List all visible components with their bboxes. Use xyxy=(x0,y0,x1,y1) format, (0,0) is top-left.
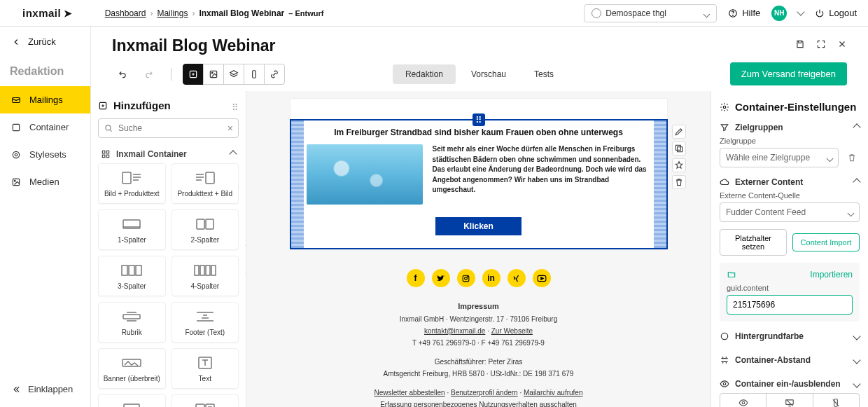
nav-item-mailings[interactable]: Mailings xyxy=(0,86,90,113)
xing-icon[interactable] xyxy=(507,269,526,287)
block-image[interactable] xyxy=(307,144,423,205)
search-input[interactable] xyxy=(98,118,239,138)
svg-rect-28 xyxy=(206,265,210,275)
footer-archive-link[interactable]: Mailarchiv aufrufen xyxy=(524,389,582,396)
tool-layers-button[interactable] xyxy=(223,64,244,85)
back-button[interactable]: Zurück xyxy=(0,27,90,57)
avatar[interactable]: NH xyxy=(771,6,787,21)
tile-3-spalter[interactable]: 3-Spalter xyxy=(98,256,166,296)
tool-add-button[interactable] xyxy=(183,64,204,85)
drag-handle-icon[interactable]: ⠿ xyxy=(232,102,239,113)
tab-vorschau[interactable]: Vorschau xyxy=(458,64,519,84)
group-spacing[interactable]: Container-Abstand xyxy=(720,355,860,365)
selected-container[interactable]: ⠿ Im Freiburger Strandbad sind bisher ka… xyxy=(290,119,668,249)
tile-bild-produkttext[interactable]: Bild + Produkttext xyxy=(98,163,166,204)
fullscreen-icon[interactable] xyxy=(816,39,826,49)
group-external[interactable]: Externer Content xyxy=(720,177,860,187)
svg-rect-29 xyxy=(211,265,216,275)
source-select[interactable]: Fudder Content Feed xyxy=(720,202,860,222)
tile-banner-ueberbreit[interactable]: Banner (überbreit) xyxy=(98,348,166,389)
footer-website-link[interactable]: Zur Webseite xyxy=(491,327,533,335)
label-zielgruppe: Zielgruppe xyxy=(720,137,860,145)
crumb-dashboard[interactable]: Dashboard xyxy=(105,8,146,18)
save-icon[interactable] xyxy=(795,39,805,49)
block-paragraph[interactable]: Seit mehr als einer Woche dürfen alle Me… xyxy=(433,144,651,205)
group-visibility[interactable]: Container ein-/ausblenden xyxy=(720,379,860,389)
svg-point-4 xyxy=(15,153,18,156)
block-copy-button[interactable] xyxy=(672,142,686,156)
seg-desktop-hide[interactable] xyxy=(766,394,812,407)
tile-1-spalter[interactable]: 1-Spalter xyxy=(98,209,166,250)
workspace: Inxmail Blog Webinar Redaktion Vorschau … xyxy=(91,27,868,407)
tab-tests[interactable]: Tests xyxy=(522,64,566,84)
tile-4-spalter[interactable]: 4-Spalter xyxy=(172,256,239,296)
clear-search-icon[interactable]: × xyxy=(227,123,233,134)
import-link[interactable]: Importieren xyxy=(810,270,853,280)
svg-rect-30 xyxy=(123,315,140,319)
crumb-mailings[interactable]: Mailings xyxy=(157,8,188,18)
block-star-button[interactable] xyxy=(672,158,686,172)
panel-collapse-tab[interactable] xyxy=(245,245,246,273)
tool-image-button[interactable] xyxy=(203,64,224,85)
redo-icon xyxy=(144,69,154,79)
block-delete-button[interactable] xyxy=(672,175,686,189)
nav-collapse[interactable]: Einklappen xyxy=(0,377,90,401)
block-edit-button[interactable] xyxy=(672,125,686,139)
tool-mobile-button[interactable] xyxy=(244,64,265,85)
svg-rect-6 xyxy=(13,179,19,185)
svg-point-44 xyxy=(723,382,726,385)
header: Inxmail Blog Webinar Redaktion Vorschau … xyxy=(91,27,868,91)
redo-button[interactable] xyxy=(139,64,160,85)
accordion-inxmail-container[interactable]: Inxmail Container xyxy=(98,145,239,163)
tile-text[interactable]: Text xyxy=(172,348,239,389)
chevron-down-icon[interactable] xyxy=(797,8,805,15)
guid-input[interactable] xyxy=(727,295,853,315)
placeholder-button[interactable]: Platzhalter setzen xyxy=(720,229,787,256)
tile-produkttext-bild[interactable]: Produkttext + Bild xyxy=(172,163,239,204)
svg-rect-11 xyxy=(253,70,256,78)
space-select[interactable]: Demospace thgl xyxy=(584,4,717,22)
content-import-button[interactable]: Content Import xyxy=(792,233,860,251)
instagram-icon[interactable] xyxy=(457,269,475,287)
footer-privacy-link[interactable]: Erfassung personenbezogenes Nutzungsverh… xyxy=(380,401,577,407)
nav-item-medien[interactable]: Medien xyxy=(0,168,90,195)
tile-bild-text[interactable]: Bild + Text xyxy=(172,394,239,407)
zielgruppe-select[interactable]: Wähle eine Zielgruppe xyxy=(720,148,839,167)
tile-banner-bild[interactable]: Banner-Bild xyxy=(98,394,166,407)
container-icon xyxy=(11,123,21,132)
group-zielgruppen[interactable]: Zielgruppen xyxy=(720,123,860,132)
footer-email-link[interactable]: kontakt@inxmail.de xyxy=(424,327,485,335)
block-headline[interactable]: Im Freiburger Strandbad sind bisher kaum… xyxy=(307,127,651,137)
tab-redaktion[interactable]: Redaktion xyxy=(393,64,456,84)
svg-point-1 xyxy=(733,15,734,15)
tile-2-spalter[interactable]: 2-Spalter xyxy=(172,209,239,250)
spacing-icon xyxy=(720,355,729,365)
linkedin-icon[interactable]: in xyxy=(482,269,500,287)
footer-unsubscribe-link[interactable]: Newsletter abbestellen xyxy=(374,389,445,396)
visibility-segments xyxy=(720,393,860,407)
svg-rect-19 xyxy=(206,172,214,184)
canvas[interactable]: ⠿ Im Freiburger Strandbad sind bisher ka… xyxy=(246,91,710,407)
logout-button[interactable]: Logout xyxy=(815,8,857,18)
footer-profile-link[interactable]: Benutzerprofil ändern xyxy=(451,389,518,396)
zielgruppe-delete[interactable] xyxy=(844,150,860,165)
twitter-icon[interactable] xyxy=(432,269,450,287)
seg-show[interactable] xyxy=(720,394,766,407)
release-button[interactable]: Zum Versand freigeben xyxy=(730,62,847,85)
block-cta-button[interactable]: Klicken xyxy=(435,217,522,235)
group-bg[interactable]: Hintergrundfarbe xyxy=(720,331,860,341)
svg-point-45 xyxy=(742,401,745,404)
block-move-handle-icon[interactable]: ⠿ xyxy=(472,113,485,126)
facebook-icon[interactable]: f xyxy=(407,269,425,287)
tile-footer-text[interactable]: Footer (Text) xyxy=(172,302,239,343)
help-link[interactable]: Hilfe xyxy=(728,8,760,18)
tool-link-button[interactable] xyxy=(264,64,285,85)
svg-point-39 xyxy=(465,277,468,280)
nav-item-stylesets[interactable]: Stylesets xyxy=(0,141,90,168)
tile-rubrik[interactable]: Rubrik xyxy=(98,302,166,343)
seg-mobile-hide[interactable] xyxy=(813,394,859,407)
close-icon[interactable] xyxy=(837,39,847,49)
undo-button[interactable] xyxy=(112,64,133,85)
youtube-icon[interactable] xyxy=(533,269,551,287)
nav-item-container[interactable]: Container xyxy=(0,113,90,141)
